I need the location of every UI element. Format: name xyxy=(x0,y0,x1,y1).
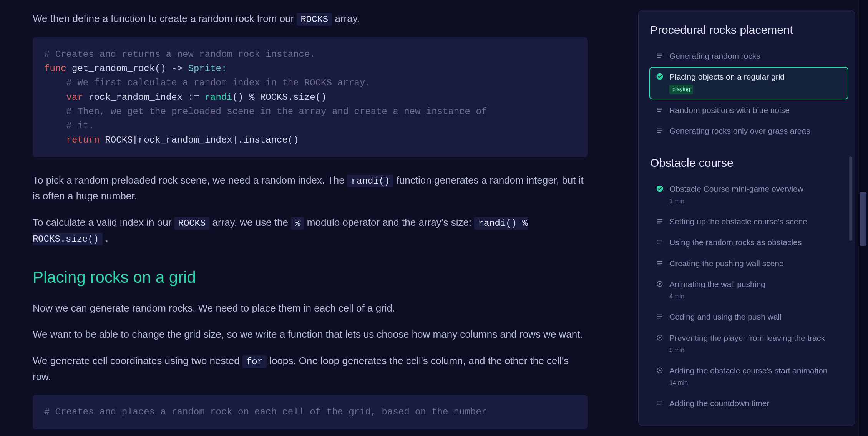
toc-item-label-col: Generating random rocks xyxy=(669,51,842,61)
toc-item-label: Adding the countdown timer xyxy=(669,398,842,409)
toc-item[interactable]: Obstacle Course mini-game overview1 min xyxy=(649,179,848,211)
toc-item-duration: 4 min xyxy=(669,292,842,302)
toc-item-label: Generating rocks only over grass areas xyxy=(669,126,842,136)
text-icon xyxy=(656,126,664,135)
toc-item-label-col: Random positions with blue noise xyxy=(669,105,842,116)
code-call-randi: randi xyxy=(199,92,232,103)
toc-group-title: Procedural rocks placement xyxy=(650,21,848,39)
text-icon xyxy=(656,238,664,246)
code-op-coloneq: := xyxy=(188,92,199,103)
code-comment: # Creates and returns a new random rock … xyxy=(44,49,315,60)
text-icon xyxy=(656,106,664,114)
text-icon xyxy=(656,259,664,267)
play-icon xyxy=(656,333,664,342)
text-icon xyxy=(656,217,664,225)
toc-group: Procedural rocks placement Generating ra… xyxy=(649,21,848,141)
code-rest: () % ROCKS.size() xyxy=(232,92,327,103)
toc-item-label-col: Coding and using the push wall xyxy=(669,312,842,322)
inline-code-percent: % xyxy=(291,217,304,230)
playing-badge: playing xyxy=(669,85,693,94)
toc-item-label-col: Adding the countdown timer xyxy=(669,398,842,409)
code-var-name: rock_random_index xyxy=(83,92,188,103)
check-icon xyxy=(656,72,664,81)
inline-code-randi: randi() xyxy=(347,175,393,187)
toc-item-label: Preventing the player from leaving the t… xyxy=(669,333,842,343)
p6-prefix: We generate cell coordinates using two n… xyxy=(33,355,242,366)
code-block-grid-loop: # Creates and places a random rock on ea… xyxy=(33,395,588,429)
toc-group: Obstacle course Obstacle Course mini-gam… xyxy=(649,154,848,413)
intro-partial-prefix: We then define a function to create a ra… xyxy=(33,13,297,24)
p2-prefix: To pick a random preloaded rock scene, w… xyxy=(33,174,347,186)
play-icon xyxy=(656,366,664,375)
code-rest: ROCKS[rock_random_index].instance() xyxy=(100,135,299,145)
toc-item-label-col: Placing objects on a regular gridplaying xyxy=(669,71,842,95)
inline-code-rocks-2: ROCKS xyxy=(174,217,210,230)
text-icon xyxy=(656,51,664,60)
toc-item-label: Placing objects on a regular grid xyxy=(669,71,842,82)
toc-item-duration: 14 min xyxy=(669,378,842,388)
check-icon xyxy=(656,184,664,193)
inline-code-for: for xyxy=(242,355,267,368)
code-comment: # Then, we get the preloaded scene in th… xyxy=(44,106,487,117)
toc-item[interactable]: Adding the countdown timer xyxy=(649,393,848,413)
toc-item-duration: 5 min xyxy=(669,346,842,355)
toc-item[interactable]: Generating rocks only over grass areas xyxy=(649,121,848,141)
toc-scrollbar-thumb[interactable] xyxy=(849,156,852,241)
toc-group-title: Obstacle course xyxy=(650,154,848,172)
paragraph-for-loops: We generate cell coordinates using two n… xyxy=(33,353,588,384)
inline-code-rocks: ROCKS xyxy=(297,13,332,26)
toc-item[interactable]: Coding and using the push wall xyxy=(649,307,848,327)
code-keyword-func: func xyxy=(44,63,66,74)
toc-item-label-col: Using the random rocks as obstacles xyxy=(669,237,842,248)
code-arrow: -> xyxy=(171,63,183,74)
p3-prefix: To calculate a valid index in our xyxy=(33,217,174,228)
paragraph-grid-size: We want to be able to change the grid si… xyxy=(33,327,588,342)
paragraph-modulo: To calculate a valid index in our ROCKS … xyxy=(33,215,588,246)
play-icon xyxy=(656,280,664,288)
toc-item-duration: 1 min xyxy=(669,197,842,206)
toc-item[interactable]: Creating the pushing wall scene xyxy=(649,254,848,274)
p3-end: . xyxy=(105,232,108,244)
intro-partial-suffix: array. xyxy=(335,13,360,24)
code-fn-name: get_random_rock() xyxy=(66,63,172,74)
toc-item[interactable]: Adding the obstacle course's start anima… xyxy=(649,361,848,393)
code-comment: # We first calculate a random index in t… xyxy=(44,78,371,88)
toc-item[interactable]: Setting up the obstacle course's scene xyxy=(649,212,848,232)
page-scrollbar-thumb[interactable] xyxy=(860,192,866,246)
code-block-get-random-rock: # Creates and returns a new random rock … xyxy=(33,37,588,157)
toc-item[interactable]: Animating the wall pushing4 min xyxy=(649,274,848,306)
toc-item-label: Coding and using the push wall xyxy=(669,312,842,322)
toc-item[interactable]: Placing objects on a regular gridplaying xyxy=(649,67,848,99)
toc-item-label: Adding the obstacle course's start anima… xyxy=(669,365,842,376)
toc-item-label: Obstacle Course mini-game overview xyxy=(669,184,842,194)
p3-mid: array, we use the xyxy=(212,217,291,228)
code-keyword-return: return xyxy=(44,135,100,145)
toc-item-label-col: Obstacle Course mini-game overview1 min xyxy=(669,184,842,206)
toc-item[interactable]: Preventing the player from leaving the t… xyxy=(649,328,848,360)
toc-item[interactable]: Generating random rocks xyxy=(649,46,848,66)
toc-item-label: Setting up the obstacle course's scene xyxy=(669,216,842,227)
page-scrollbar-track[interactable] xyxy=(858,0,868,436)
toc-item-label: Using the random rocks as obstacles xyxy=(669,237,842,248)
toc-item-label-col: Animating the wall pushing4 min xyxy=(669,279,842,302)
lesson-content: We then define a function to create a ra… xyxy=(0,0,630,436)
code-keyword-var: var xyxy=(44,92,83,103)
toc-item-label-col: Generating rocks only over grass areas xyxy=(669,126,842,136)
code-return-type: Sprite: xyxy=(183,63,227,74)
toc-item[interactable]: Random positions with blue noise xyxy=(649,100,848,120)
section-heading-placing-rocks: Placing rocks on a grid xyxy=(33,265,588,290)
toc-item-label: Creating the pushing wall scene xyxy=(669,258,842,269)
p3-suffix: modulo operator and the array's size: xyxy=(307,217,475,228)
code-comment: # it. xyxy=(44,121,94,131)
toc-item-label-col: Setting up the obstacle course's scene xyxy=(669,216,842,227)
code-comment: # Creates and places a random rock on ea… xyxy=(44,407,487,417)
toc-item-label-col: Creating the pushing wall scene xyxy=(669,258,842,269)
toc-panel: Procedural rocks placement Generating ra… xyxy=(638,10,855,426)
paragraph-generate-rocks: Now we can generate random rocks. We nee… xyxy=(33,300,588,316)
text-icon xyxy=(656,312,664,321)
toc-item-label: Animating the wall pushing xyxy=(669,279,842,290)
course-sidebar: Procedural rocks placement Generating ra… xyxy=(630,0,868,436)
toc-item[interactable]: Using the random rocks as obstacles xyxy=(649,232,848,252)
toc-item-label: Generating random rocks xyxy=(669,51,842,61)
paragraph-randi: To pick a random preloaded rock scene, w… xyxy=(33,172,588,204)
